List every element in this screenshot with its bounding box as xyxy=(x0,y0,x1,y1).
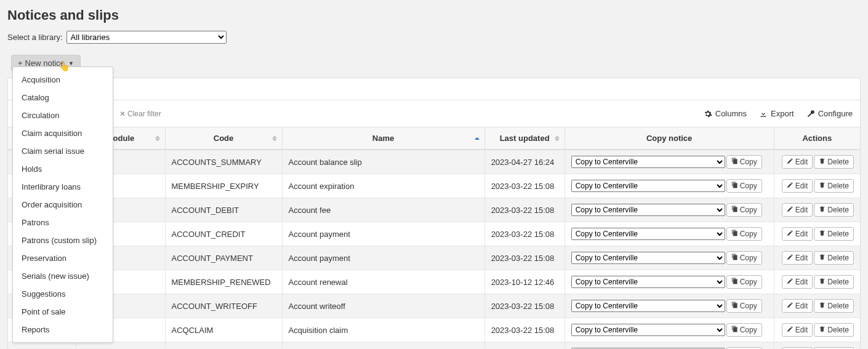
dropdown-item[interactable]: Preservation xyxy=(13,249,113,267)
export-label: Export xyxy=(771,109,794,118)
cell-name: Account balance slip xyxy=(282,150,484,174)
copy-button[interactable]: Copy xyxy=(726,299,762,313)
delete-button[interactable]: Delete xyxy=(814,251,854,265)
th-code[interactable]: Code xyxy=(165,127,282,150)
edit-button[interactable]: Edit xyxy=(782,203,813,217)
dropdown-item[interactable]: Holds xyxy=(13,160,113,178)
cell-name: Acquisition claim xyxy=(282,318,484,342)
delete-button[interactable]: Delete xyxy=(814,275,854,289)
copy-destination-select[interactable]: Copy to Centerville xyxy=(571,228,725,240)
table-row: (All libraries)ACCOUNTS_SUMMARYAccount b… xyxy=(8,150,860,174)
dropdown-item[interactable]: Claim serial issue xyxy=(13,142,113,160)
trash-icon xyxy=(819,230,826,238)
library-select[interactable]: All libraries xyxy=(66,31,227,44)
edit-button[interactable]: Edit xyxy=(782,179,813,193)
trash-icon xyxy=(819,182,826,190)
dropdown-item[interactable]: Suggestions xyxy=(13,285,113,303)
pencil-icon xyxy=(787,278,794,286)
cell-copy: Copy to CentervilleCopy xyxy=(565,270,774,294)
copy-button[interactable]: Copy xyxy=(726,251,762,265)
dropdown-item[interactable]: Reports xyxy=(13,321,113,339)
copy-destination-select[interactable]: Copy to Centerville xyxy=(571,300,725,312)
notices-table: Library Module Code Name Last updated xyxy=(8,127,860,349)
delete-button[interactable]: Delete xyxy=(814,299,854,313)
cell-code: ACCOUNT_DEBIT xyxy=(165,198,282,222)
page-title: Notices and slips xyxy=(7,7,861,23)
cell-actions: EditDelete xyxy=(774,294,860,318)
delete-button[interactable]: Delete xyxy=(814,155,854,169)
columns-button[interactable]: Columns xyxy=(704,109,747,118)
cell-code: ACCOUNT_WRITEOFF xyxy=(165,294,282,318)
cell-actions: EditDelete xyxy=(774,342,860,350)
copy-icon xyxy=(731,302,738,310)
table-row: (All libraries)nACCOUNT_PAYMENTAccount p… xyxy=(8,246,860,270)
dropdown-item[interactable]: Circulation xyxy=(13,106,113,124)
delete-button[interactable]: Delete xyxy=(814,323,854,337)
dropdown-item[interactable]: Claim acquisition xyxy=(13,124,113,142)
cell-updated: 2023-04-27 16:24 xyxy=(484,150,565,174)
gear-icon xyxy=(704,110,712,118)
cell-code: ACQORDER xyxy=(165,342,282,350)
pencil-icon xyxy=(787,302,794,310)
table-row: (All libraries)MEMBERSHIP_RENEWEDAccount… xyxy=(8,270,860,294)
cell-library: (All libraries) xyxy=(8,342,76,350)
dropdown-item[interactable]: Order acquisition xyxy=(13,196,113,214)
delete-button[interactable]: Delete xyxy=(814,227,854,241)
cell-copy: Copy to CentervilleCopy xyxy=(565,174,774,198)
th-updated[interactable]: Last updated xyxy=(484,127,565,150)
th-name[interactable]: Name xyxy=(282,127,484,150)
dropdown-item[interactable]: Patrons xyxy=(13,214,113,231)
edit-button[interactable]: Edit xyxy=(782,323,813,337)
cell-copy: Copy to CentervilleCopy xyxy=(565,222,774,246)
cell-actions: EditDelete xyxy=(774,174,860,198)
copy-button[interactable]: Copy xyxy=(726,323,762,337)
copy-icon xyxy=(731,326,738,334)
new-notice-dropdown: AcquisitionCatalogCirculationClaim acqui… xyxy=(12,66,113,343)
close-icon: ✕ xyxy=(119,110,126,118)
copy-button[interactable]: Copy xyxy=(726,203,762,217)
pencil-icon xyxy=(787,158,794,166)
delete-button[interactable]: Delete xyxy=(814,203,854,217)
cell-copy: Copy to CentervilleCopy xyxy=(565,318,774,342)
copy-button[interactable]: Copy xyxy=(726,155,762,169)
copy-destination-select[interactable]: Copy to Centerville xyxy=(571,180,725,192)
copy-destination-select[interactable]: Copy to Centerville xyxy=(571,252,725,264)
delete-button[interactable]: Delete xyxy=(814,179,854,193)
copy-button[interactable]: Copy xyxy=(726,275,762,289)
cell-actions: EditDelete xyxy=(774,150,860,174)
dropdown-item[interactable]: Patrons (custom slip) xyxy=(13,231,113,249)
th-copy: Copy notice xyxy=(565,127,774,150)
copy-button[interactable]: Copy xyxy=(726,179,762,193)
cell-updated: 2023-03-22 15:08 xyxy=(484,174,565,198)
copy-icon xyxy=(731,206,738,214)
pencil-icon xyxy=(787,206,794,214)
cell-name: Account renewal xyxy=(282,270,484,294)
cell-actions: EditDelete xyxy=(774,318,860,342)
dropdown-item[interactable]: Serials (new issue) xyxy=(13,267,113,285)
copy-destination-select[interactable]: Copy to Centerville xyxy=(571,204,725,216)
download-icon xyxy=(759,110,768,118)
cell-code: MEMBERSHIP_EXPIRY xyxy=(165,174,282,198)
copy-destination-select[interactable]: Copy to Centerville xyxy=(571,156,725,168)
copy-destination-select[interactable]: Copy to Centerville xyxy=(571,324,725,336)
wrench-icon xyxy=(806,110,815,118)
edit-button[interactable]: Edit xyxy=(782,155,813,169)
dropdown-item[interactable]: Catalog xyxy=(13,89,113,106)
dropdown-item[interactable]: Interlibrary loans xyxy=(13,178,113,196)
pencil-icon xyxy=(787,326,794,334)
edit-button[interactable]: Edit xyxy=(782,251,813,265)
dropdown-item[interactable]: Point of sale xyxy=(13,303,113,321)
copy-button[interactable]: Copy xyxy=(726,227,762,241)
clear-filter-link[interactable]: ✕ Clear filter xyxy=(119,110,161,118)
cell-copy: Copy to CentervilleCopy xyxy=(565,150,774,174)
cell-code: ACQCLAIM xyxy=(165,318,282,342)
copy-destination-select[interactable]: Copy to Centerville xyxy=(571,276,725,288)
edit-button[interactable]: Edit xyxy=(782,275,813,289)
export-button[interactable]: Export xyxy=(759,109,794,118)
edit-button[interactable]: Edit xyxy=(782,299,813,313)
edit-button[interactable]: Edit xyxy=(782,227,813,241)
configure-button[interactable]: Configure xyxy=(806,109,853,118)
pencil-icon xyxy=(787,182,794,190)
copy-icon xyxy=(731,230,738,238)
dropdown-item[interactable]: Acquisition xyxy=(13,71,113,89)
